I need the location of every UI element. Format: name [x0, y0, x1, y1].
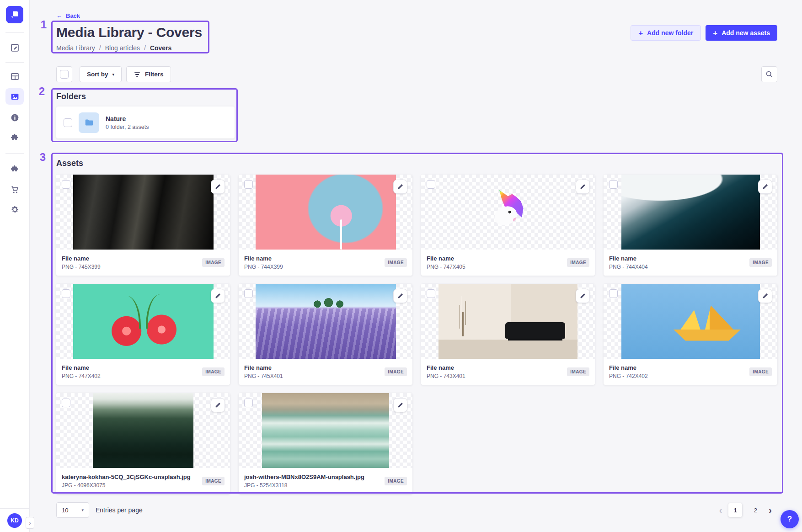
asset-image	[256, 175, 396, 250]
asset-checkbox[interactable]	[609, 289, 618, 298]
page-title: Media Library - Covers	[56, 23, 202, 42]
asset-texts: File name PNG - 745X399	[62, 255, 101, 270]
search-button[interactable]	[761, 66, 777, 82]
breadcrumb: Media Library / Blog articles / Covers	[56, 44, 202, 52]
asset-checkbox[interactable]	[244, 289, 253, 298]
edit-asset-button[interactable]	[758, 180, 772, 194]
asset-texts: File name PNG - 744X399	[244, 255, 283, 270]
folder-card[interactable]: Nature 0 folder, 2 assets	[56, 106, 235, 138]
folder-checkbox[interactable]	[64, 118, 72, 127]
asset-image	[621, 175, 760, 250]
asset-type-badge: IMAGE	[567, 258, 589, 267]
asset-thumbnail[interactable]	[56, 284, 230, 359]
sidebar-item-settings[interactable]	[5, 201, 24, 218]
select-all-checkbox[interactable]	[60, 70, 69, 79]
asset-footer: File name PNG - 744X399 IMAGE	[239, 250, 412, 276]
asset-checkbox[interactable]	[427, 180, 435, 189]
entries-label: Entries per page	[96, 506, 143, 514]
asset-checkbox[interactable]	[427, 289, 435, 298]
previous-page-button[interactable]: ‹	[719, 505, 722, 515]
add-new-assets-label: Add new assets	[722, 29, 770, 37]
asset-file-name: File name	[609, 255, 648, 262]
folder-list: Nature 0 folder, 2 assets	[56, 106, 777, 138]
next-page-button[interactable]: ›	[769, 505, 772, 515]
asset-thumbnail[interactable]	[421, 175, 595, 250]
asset-type-badge: IMAGE	[385, 477, 407, 485]
toolbar: Sort by ▾ Filters	[56, 66, 777, 82]
select-all-checkbox-wrap[interactable]	[56, 66, 72, 82]
asset-thumbnail[interactable]	[56, 393, 230, 468]
edit-asset-button[interactable]	[211, 398, 225, 412]
asset-footer: File name PNG - 745X401 IMAGE	[239, 359, 412, 385]
sidebar-item-documentation[interactable]	[5, 109, 24, 126]
asset-checkbox[interactable]	[62, 180, 70, 189]
asset-thumbnail[interactable]	[239, 284, 412, 359]
page-button-2[interactable]: 2	[749, 503, 762, 517]
title-block: Media Library - Covers Media Library / B…	[56, 23, 202, 52]
edit-asset-button[interactable]	[576, 289, 590, 303]
asset-thumbnail[interactable]	[239, 393, 412, 468]
asset-file-meta: PNG - 744X399	[244, 264, 283, 270]
sidebar-divider	[5, 153, 24, 154]
folder-icon-box[interactable]	[79, 112, 99, 133]
asset-checkbox[interactable]	[244, 180, 253, 189]
strapi-logo-icon	[10, 10, 20, 20]
add-new-folder-button[interactable]: + Add new folder	[631, 25, 701, 41]
asset-image	[621, 284, 760, 359]
asset-card: kateryna-kokhan-5CQ_3CjSGKc-unsplash.jpg…	[56, 393, 230, 494]
sidebar-item-layout-builder[interactable]	[5, 68, 24, 85]
edit-asset-button[interactable]	[211, 180, 225, 194]
folder-icon	[84, 117, 94, 128]
back-arrow-icon: ←	[56, 12, 62, 19]
asset-texts: kateryna-kokhan-5CQ_3CjSGKc-unsplash.jpg…	[62, 473, 191, 489]
sidebar-expand-button[interactable]: ›	[26, 517, 34, 529]
asset-card: File name PNG - 743X401 IMAGE	[421, 284, 595, 385]
asset-thumbnail[interactable]	[56, 175, 230, 250]
asset-thumbnail[interactable]	[604, 284, 777, 359]
folders-heading: Folders	[56, 92, 777, 101]
filters-button[interactable]: Filters	[126, 66, 171, 82]
asset-type-badge: IMAGE	[385, 258, 407, 267]
asset-image	[93, 393, 193, 468]
header-actions: + Add new folder + Add new assets	[631, 25, 777, 41]
edit-asset-button[interactable]	[576, 180, 590, 194]
asset-thumbnail[interactable]	[421, 284, 595, 359]
asset-texts: File name PNG - 747X405	[427, 255, 465, 270]
page-button-1[interactable]: 1	[728, 503, 742, 517]
sidebar-item-purchases[interactable]	[5, 181, 24, 197]
edit-asset-button[interactable]	[393, 398, 407, 412]
sidebar-divider	[5, 62, 24, 63]
sidebar-item-plugins[interactable]	[5, 129, 24, 146]
asset-image	[262, 393, 389, 468]
help-button[interactable]: ?	[781, 510, 799, 528]
asset-file-name: File name	[62, 255, 101, 262]
entries-per-page-select[interactable]: 10 ▾	[56, 502, 89, 518]
asset-card: File name PNG - 742X402 IMAGE	[604, 284, 777, 385]
sidebar-item-media-library[interactable]	[5, 88, 24, 105]
breadcrumb-item[interactable]: Blog articles	[105, 44, 140, 52]
sidebar-item-content-editor[interactable]	[5, 39, 24, 56]
asset-checkbox[interactable]	[62, 399, 70, 407]
asset-thumbnail[interactable]	[604, 175, 777, 250]
asset-image	[438, 284, 577, 359]
asset-image	[73, 175, 214, 250]
folder-name[interactable]: Nature	[106, 115, 149, 122]
sort-by-button[interactable]: Sort by ▾	[80, 66, 122, 82]
edit-asset-button[interactable]	[758, 289, 772, 303]
asset-thumbnail[interactable]	[239, 175, 412, 250]
edit-asset-button[interactable]	[393, 180, 407, 194]
asset-footer: File name PNG - 743X401 IMAGE	[421, 359, 595, 385]
strapi-logo[interactable]	[6, 6, 23, 23]
asset-checkbox[interactable]	[62, 289, 70, 298]
edit-asset-button[interactable]	[211, 289, 225, 303]
sidebar-item-marketplace[interactable]	[5, 161, 24, 177]
user-avatar[interactable]: KD	[7, 513, 22, 528]
asset-checkbox[interactable]	[244, 399, 253, 407]
asset-file-meta: JPG - 4096X3075	[62, 482, 191, 489]
breadcrumb-item[interactable]: Media Library	[56, 44, 95, 52]
back-link[interactable]: ← Back	[56, 12, 80, 19]
add-new-assets-button[interactable]: + Add new assets	[706, 25, 777, 41]
edit-asset-button[interactable]	[393, 289, 407, 303]
asset-checkbox[interactable]	[609, 180, 618, 189]
asset-file-meta: PNG - 743X401	[427, 373, 465, 379]
